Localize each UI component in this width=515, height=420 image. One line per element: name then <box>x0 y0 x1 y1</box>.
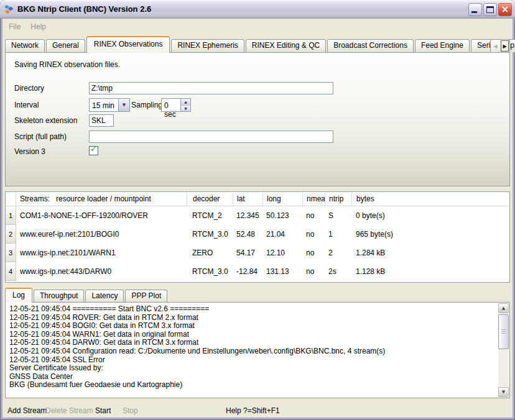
tab-network[interactable]: Network <box>5 39 45 52</box>
cell-bytes: 0 byte(s) <box>351 206 509 225</box>
column-header-decoder[interactable]: decoder <box>187 192 233 206</box>
cell-lat: -12.84 <box>233 262 262 281</box>
log-text: 12-05-21 09:45:04 ========== Start BNC v… <box>7 305 496 396</box>
cell-ntrip: S <box>325 206 351 225</box>
skeleton-extension-input[interactable] <box>89 114 114 127</box>
sampling-label: Sampling <box>131 101 162 109</box>
version3-checkbox[interactable]: ✓ <box>89 146 98 155</box>
minimize-button[interactable] <box>468 3 482 16</box>
log-line: GNSS Data Center <box>7 373 496 381</box>
directory-label: Directory <box>14 84 44 93</box>
log-line: 12-05-21 09:45:04 Configuration read: C:… <box>7 347 496 356</box>
scroll-up-icon[interactable]: ▲ <box>498 303 509 313</box>
tab-scroll-left-icon[interactable]: ◀ <box>491 40 500 52</box>
cell-nmea: no <box>302 244 325 262</box>
stream-row-4[interactable]: 4www.igs-ip.net:443/DARW0RTCM_3.0-12.841… <box>6 262 509 281</box>
tab-scroll-buttons: ◀ ▶ <box>490 39 510 52</box>
log-line: 12-05-21 09:45:04 ROVER: Get data in RTC… <box>7 314 496 322</box>
delete-stream-button: Delete Stream <box>45 406 93 415</box>
close-button[interactable]: × <box>498 3 512 16</box>
column-header-mountpoint[interactable]: Streams: resource loader / mountpoint <box>16 192 187 206</box>
cell-long: 12.10 <box>262 244 302 262</box>
spinner-buttons: ▲ ▼ <box>180 99 190 111</box>
interval-label: Interval <box>14 101 39 109</box>
log-line: 12-05-21 09:45:04 DARW0: Get data in RTC… <box>7 339 496 347</box>
scroll-down-icon[interactable]: ▼ <box>498 387 509 397</box>
cell-ntrip: 1 <box>325 225 351 244</box>
cell-mountpoint: www.euref-ip.net:2101/BOGI0 <box>16 225 187 244</box>
cell-num: 1 <box>6 206 16 225</box>
maximize-button[interactable] <box>483 3 497 16</box>
column-header-bytes[interactable]: bytes <box>351 192 509 206</box>
bottom-tab-throughput[interactable]: Throughput <box>34 290 84 302</box>
app-icon <box>4 4 14 14</box>
client-area: FileHelp NetworkGeneralRINEX Observation… <box>2 19 513 418</box>
menubar: FileHelp <box>2 19 513 34</box>
window-title: BKG Ntrip Client (BNC) Version 2.6 <box>17 4 468 14</box>
menu-help[interactable]: Help <box>30 22 46 31</box>
spin-down-icon[interactable]: ▼ <box>181 106 190 112</box>
log-scrollbar[interactable]: ▲ ▼ <box>498 303 509 397</box>
scrollbar-thumb[interactable] <box>498 314 509 349</box>
interval-select[interactable]: 15 min ▼ <box>89 98 130 112</box>
cell-mountpoint: COM1-8-NONE-1-OFF-19200/ROVER <box>16 206 187 225</box>
log-line: 12-05-21 09:45:04 ========== Start BNC v… <box>7 305 496 314</box>
cell-long: 21.04 <box>262 225 302 244</box>
cell-num: 2 <box>6 225 16 244</box>
tab-scroll-right-icon[interactable]: ▶ <box>500 40 509 52</box>
bottom-tab-log[interactable]: Log <box>5 288 32 303</box>
bottom-tab-latency[interactable]: Latency <box>85 290 124 302</box>
column-header-ntrip[interactable]: ntrip <box>325 192 351 206</box>
action-bar: Add StreamDelete StreamStartStopHelp ?=S… <box>2 398 513 418</box>
cell-num: 4 <box>6 262 16 281</box>
column-header-lat[interactable]: lat <box>233 192 262 206</box>
cell-long: 50.123 <box>262 206 302 225</box>
cell-bytes: 1.284 kB <box>351 244 509 262</box>
column-header-num[interactable] <box>6 192 16 206</box>
sampling-spinner[interactable]: 0 sec ▲ ▼ <box>161 98 191 112</box>
tab-rinex-ephemeris[interactable]: RINEX Ephemeris <box>171 39 244 52</box>
column-header-nmea[interactable]: nmea <box>302 192 325 206</box>
script-path-input[interactable] <box>89 130 333 143</box>
skeleton-extension-label: Skeleton extension <box>14 116 77 125</box>
bottom-tab-ppp-plot[interactable]: PPP Plot <box>125 290 167 302</box>
help-label: Help ?=Shift+F1 <box>226 406 280 415</box>
cell-ntrip: 2 <box>325 244 351 262</box>
version3-label: Version 3 <box>14 147 45 156</box>
cell-num: 3 <box>6 244 16 262</box>
add-stream-button[interactable]: Add Stream <box>7 406 47 415</box>
cell-decoder: RTCM_3.0 <box>187 262 233 281</box>
stop-button: Stop <box>123 406 138 415</box>
check-icon: ✓ <box>90 144 97 153</box>
window-controls: × <box>468 3 512 16</box>
column-header-long[interactable]: long <box>262 192 302 206</box>
cell-lat: 54.17 <box>233 244 262 262</box>
titlebar[interactable]: BKG Ntrip Client (BNC) Version 2.6 × <box>0 0 515 19</box>
cell-nmea: no <box>302 206 325 225</box>
tab-feed-engine[interactable]: Feed Engine <box>415 39 470 52</box>
chevron-down-icon[interactable]: ▼ <box>118 99 129 111</box>
script-path-label: Script (full path) <box>14 132 67 141</box>
log-line: Server Certificate Issued by: <box>7 364 496 373</box>
start-button[interactable]: Start <box>95 406 111 415</box>
directory-input[interactable] <box>89 82 333 94</box>
menu-file[interactable]: File <box>9 22 21 31</box>
log-line: 12-05-21 09:45:04 SSL Error <box>7 356 496 365</box>
tab-general[interactable]: General <box>46 39 85 52</box>
stream-row-2[interactable]: 2www.euref-ip.net:2101/BOGI0RTCM_3.052.4… <box>6 225 509 244</box>
stream-row-3[interactable]: 3www.igs-ip.net:2101/WARN1ZERO54.1712.10… <box>6 244 509 262</box>
rinex-observations-panel: Saving RINEX observation files. Director… <box>5 52 510 186</box>
interval-value: 15 min <box>90 99 118 111</box>
tab-broadcast-corrections[interactable]: Broadcast Corrections <box>327 39 414 52</box>
panel-description: Saving RINEX observation files. <box>14 60 120 69</box>
thumb-grip-icon <box>501 329 506 334</box>
spin-up-icon[interactable]: ▲ <box>181 99 190 106</box>
tab-rinex-editing-qc[interactable]: RINEX Editing & QC <box>246 39 326 52</box>
log-view: 12-05-21 09:45:04 ========== Start BNC v… <box>5 302 510 398</box>
cell-decoder: ZERO <box>187 244 233 262</box>
stream-row-1[interactable]: 1COM1-8-NONE-1-OFF-19200/ROVERRTCM_212.3… <box>6 206 509 225</box>
tab-rinex-observations[interactable]: RINEX Observations <box>86 36 170 53</box>
maximize-icon <box>486 6 494 13</box>
main-tabbar: NetworkGeneralRINEX ObservationsRINEX Ep… <box>5 36 515 52</box>
log-line: 12-05-21 09:45:04 WARN1: Get data in ori… <box>7 331 496 339</box>
